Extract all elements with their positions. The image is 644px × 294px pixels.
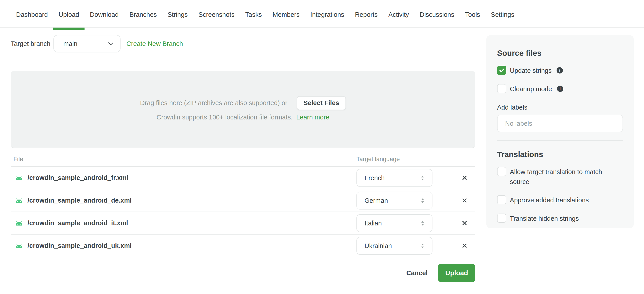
file-cell: /crowdin_sample_android_fr.xml bbox=[15, 174, 128, 182]
option-row-approve-added-translations: Approve added translations bbox=[497, 195, 623, 205]
column-header-file: File bbox=[14, 156, 23, 163]
upload-settings-sidebar: Source files Update stringsiCleanup mode… bbox=[486, 35, 634, 228]
nav-item-integrations[interactable]: Integrations bbox=[305, 2, 350, 27]
language-value: Ukrainian bbox=[364, 242, 392, 250]
close-icon bbox=[462, 197, 468, 203]
upload-button[interactable]: Upload bbox=[438, 264, 475, 282]
close-icon bbox=[462, 220, 468, 226]
sort-icon bbox=[420, 243, 425, 249]
table-row: /crowdin_sample_android_it.xmlItalian bbox=[11, 212, 475, 235]
check-icon bbox=[499, 67, 505, 74]
android-file-icon bbox=[15, 175, 23, 181]
nav-item-activity[interactable]: Activity bbox=[383, 2, 414, 27]
top-nav: DashboardUploadDownloadBranchesStringsSc… bbox=[0, 0, 644, 28]
language-value: French bbox=[364, 174, 384, 182]
language-select[interactable]: French bbox=[356, 169, 432, 187]
target-branch-row: Target branch main Create New Branch bbox=[11, 35, 475, 53]
translations-options: Allow target translation to match source… bbox=[497, 167, 623, 223]
remove-file-button[interactable] bbox=[459, 217, 470, 229]
files-table-body: /crowdin_sample_android_fr.xmlFrench/cro… bbox=[11, 167, 475, 257]
source-files-title: Source files bbox=[497, 49, 623, 58]
divider bbox=[11, 60, 475, 60]
info-icon[interactable]: i bbox=[556, 67, 563, 74]
table-row: /crowdin_sample_android_uk.xmlUkrainian bbox=[11, 235, 475, 257]
option-label: Approve added translations bbox=[510, 195, 589, 205]
nav-item-upload[interactable]: Upload bbox=[53, 2, 84, 27]
info-icon[interactable]: i bbox=[557, 86, 563, 92]
learn-more-link[interactable]: Learn more bbox=[296, 114, 330, 121]
nav-item-tasks[interactable]: Tasks bbox=[240, 2, 267, 27]
translate-hidden-strings-checkbox[interactable] bbox=[497, 214, 506, 223]
column-header-target-language: Target language bbox=[356, 156, 400, 163]
file-name: /crowdin_sample_android_fr.xml bbox=[28, 174, 128, 182]
sort-icon bbox=[420, 175, 425, 181]
footer-actions: Cancel Upload bbox=[11, 264, 475, 282]
select-files-button[interactable]: Select Files bbox=[297, 96, 346, 110]
target-branch-label: Target branch bbox=[11, 40, 50, 48]
dropzone-hint: Drag files here (ZIP archives are also s… bbox=[140, 99, 287, 107]
update-strings-checkbox[interactable] bbox=[497, 66, 506, 75]
option-row-allow-target-translation-to-match-source: Allow target translation to match source bbox=[497, 167, 623, 187]
close-icon bbox=[462, 243, 468, 249]
option-label: Allow target translation to match source bbox=[510, 167, 623, 187]
android-file-icon bbox=[15, 243, 23, 248]
remove-file-button[interactable] bbox=[459, 240, 470, 252]
target-branch-value: main bbox=[63, 40, 77, 48]
add-labels-label: Add labels bbox=[497, 104, 623, 111]
table-row: /crowdin_sample_android_de.xmlGerman bbox=[11, 189, 475, 212]
language-value: Italian bbox=[364, 220, 382, 227]
file-name: /crowdin_sample_android_uk.xml bbox=[28, 242, 132, 249]
file-name: /crowdin_sample_android_it.xml bbox=[28, 219, 128, 227]
chevron-down-icon bbox=[108, 42, 114, 46]
labels-input[interactable] bbox=[497, 115, 623, 132]
cleanup-mode-checkbox[interactable] bbox=[497, 84, 506, 93]
approve-added-translations-checkbox[interactable] bbox=[497, 195, 506, 204]
android-file-icon bbox=[15, 198, 23, 203]
language-select[interactable]: Ukrainian bbox=[356, 237, 432, 255]
nav-item-download[interactable]: Download bbox=[84, 2, 124, 27]
nav-item-branches[interactable]: Branches bbox=[124, 2, 162, 27]
option-label: Translate hidden strings bbox=[510, 214, 579, 223]
source-files-options: Update stringsiCleanup modei bbox=[497, 66, 623, 94]
nav-item-tools[interactable]: Tools bbox=[460, 2, 486, 27]
close-icon bbox=[462, 175, 468, 181]
translations-title: Translations bbox=[497, 150, 623, 159]
option-row-translate-hidden-strings: Translate hidden strings bbox=[497, 214, 623, 223]
option-label: Cleanup mode bbox=[510, 84, 552, 94]
option-row-update-strings: Update stringsi bbox=[497, 66, 623, 76]
cancel-button[interactable]: Cancel bbox=[406, 269, 428, 277]
nav-item-dashboard[interactable]: Dashboard bbox=[11, 2, 53, 27]
create-new-branch-link[interactable]: Create New Branch bbox=[126, 40, 183, 48]
nav-item-settings[interactable]: Settings bbox=[486, 2, 520, 27]
remove-file-button[interactable] bbox=[459, 195, 470, 206]
table-row: /crowdin_sample_android_fr.xmlFrench bbox=[11, 167, 475, 189]
upload-page: Target branch main Create New Branch Dra… bbox=[0, 35, 475, 282]
sidebar-divider bbox=[497, 140, 623, 141]
option-label: Update strings bbox=[510, 66, 552, 76]
allow-target-translation-to-match-source-checkbox[interactable] bbox=[497, 167, 506, 176]
file-cell: /crowdin_sample_android_de.xml bbox=[15, 197, 132, 204]
target-branch-select[interactable]: main bbox=[54, 35, 120, 52]
files-table-header: File Target language bbox=[11, 148, 475, 167]
sort-icon bbox=[420, 198, 425, 204]
language-value: German bbox=[364, 197, 388, 204]
nav-item-reports[interactable]: Reports bbox=[350, 2, 383, 27]
sort-icon bbox=[420, 220, 425, 226]
file-cell: /crowdin_sample_android_it.xml bbox=[15, 219, 128, 227]
language-select[interactable]: Italian bbox=[356, 214, 432, 232]
files-table: File Target language /crowdin_sample_and… bbox=[11, 148, 475, 257]
nav-item-screenshots[interactable]: Screenshots bbox=[193, 2, 240, 27]
nav-item-discussions[interactable]: Discussions bbox=[414, 2, 460, 27]
formats-text: Crowdin supports 100+ localization file … bbox=[156, 114, 293, 121]
file-dropzone[interactable]: Drag files here (ZIP archives are also s… bbox=[11, 71, 475, 148]
nav-item-strings[interactable]: Strings bbox=[162, 2, 193, 27]
remove-file-button[interactable] bbox=[459, 172, 470, 184]
language-select[interactable]: German bbox=[356, 192, 432, 210]
android-file-icon bbox=[15, 220, 23, 226]
file-name: /crowdin_sample_android_de.xml bbox=[28, 197, 132, 204]
option-row-cleanup-mode: Cleanup modei bbox=[497, 84, 623, 94]
file-cell: /crowdin_sample_android_uk.xml bbox=[15, 242, 132, 249]
nav-item-members[interactable]: Members bbox=[267, 2, 305, 27]
